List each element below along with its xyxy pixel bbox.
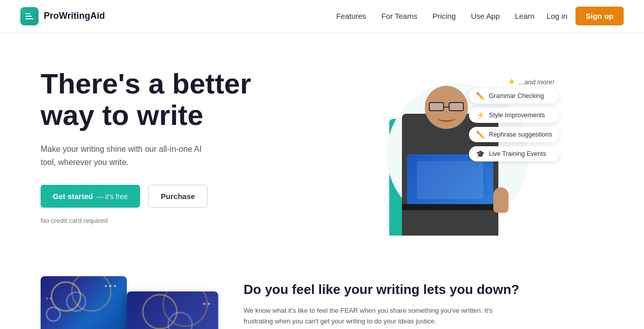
grammar-icon: ✏️ <box>476 92 485 100</box>
section2-title: Do you feel like your writing lets you d… <box>244 281 603 299</box>
hero-section: There's a better way to write Make your … <box>0 32 644 266</box>
svg-rect-1 <box>25 13 30 14</box>
purchase-button[interactable]: Purchase <box>148 185 208 208</box>
glasses-left <box>429 102 444 111</box>
nav-links: Features For Teams Pricing Use App Learn <box>336 12 534 21</box>
feature-tags: ✏️ Grammar Checking ⚡ Style Improvements… <box>469 88 559 161</box>
feature-tag-training: 🎓 Live Training Events <box>469 146 559 161</box>
person-smile <box>437 114 455 122</box>
hero-buttons: Get started — it's free Purchase <box>41 185 322 208</box>
svg-rect-2 <box>25 16 32 17</box>
get-started-button[interactable]: Get started — it's free <box>41 185 140 208</box>
style-icon: ⚡ <box>476 111 485 119</box>
feature-tag-style: ⚡ Style Improvements <box>469 108 559 123</box>
login-button[interactable]: Log in <box>547 12 567 20</box>
section2-body: We know what it's like to feel the FEAR … <box>244 306 497 327</box>
and-more-label: ...and more! <box>519 78 554 86</box>
hero-left: There's a better way to write Make your … <box>41 63 322 224</box>
hero-subtitle: Make your writing shine with our all-in-… <box>41 143 213 169</box>
logo-text: ProWritingAid <box>44 11 105 21</box>
no-credit-card-text: No credit card required <box>41 217 322 224</box>
logo-icon <box>20 7 39 25</box>
logo-link[interactable]: ProWritingAid <box>20 7 105 25</box>
section2: ★ ★ ★ ★ ★ ★ ★ My idea in my head Do you … <box>0 266 644 329</box>
glasses-right <box>449 102 464 111</box>
section2-text: Do you feel like your writing lets you d… <box>244 276 603 326</box>
signup-button[interactable]: Sign up <box>575 7 624 25</box>
laptop-base <box>402 204 498 210</box>
svg-rect-0 <box>25 18 33 19</box>
person-head <box>425 86 468 129</box>
nav-use-app[interactable]: Use App <box>471 12 500 20</box>
laptop-screen <box>407 154 493 205</box>
swirl4 <box>46 307 61 322</box>
section2-images: ★ ★ ★ ★ ★ ★ ★ My idea in my head <box>41 276 213 329</box>
nav-learn[interactable]: Learn <box>515 12 534 20</box>
nav-pricing[interactable]: Pricing <box>432 12 456 20</box>
nav-features[interactable]: Features <box>336 12 366 20</box>
glasses-bridge <box>444 107 450 108</box>
feature-tag-grammar: ✏️ Grammar Checking <box>469 88 559 104</box>
image-card-back: ★ ★ ★ ★ ★ <box>41 276 127 329</box>
swirl3 <box>71 276 112 312</box>
hero-title: There's a better way to write <box>41 68 322 130</box>
training-icon: 🎓 <box>476 150 485 158</box>
image-card-front: ★ ★ <box>127 291 218 329</box>
rephrase-icon: ✏️ <box>476 130 485 139</box>
person-hand <box>493 187 509 213</box>
feature-tag-rephrase: ✏️ Rephrase suggestions <box>469 127 559 142</box>
navbar: ProWritingAid Features For Teams Pricing… <box>0 0 644 32</box>
nav-for-teams[interactable]: For Teams <box>382 12 418 20</box>
hero-right: ✦ ...and more! <box>322 63 604 246</box>
hero-illustration: ✦ ...and more! <box>366 73 559 236</box>
